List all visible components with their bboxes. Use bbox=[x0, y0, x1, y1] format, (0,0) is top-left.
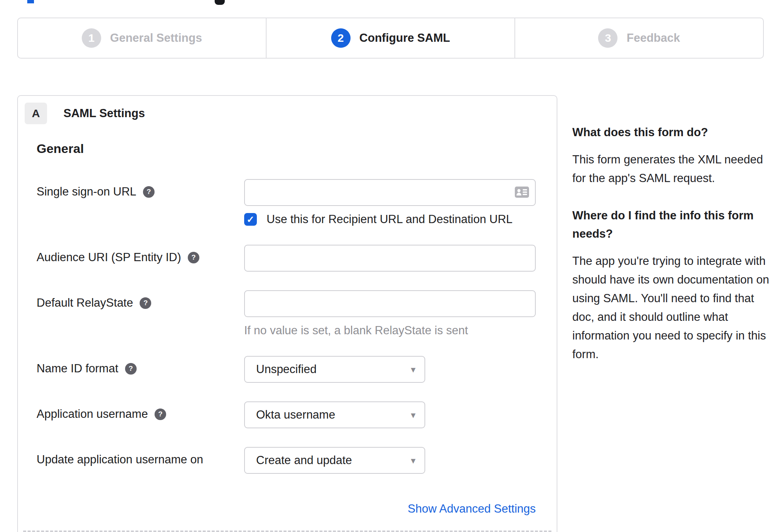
name-id-format-label: Name ID format bbox=[37, 362, 118, 375]
recipient-url-check-row: ✓ Use this for Recipient URL and Destina… bbox=[244, 213, 557, 226]
update-username-on-select[interactable]: Create and update ▾ bbox=[244, 447, 425, 474]
step-2-badge: 2 bbox=[331, 28, 351, 48]
caret-down-icon: ▾ bbox=[411, 455, 416, 466]
field-controls bbox=[244, 245, 557, 272]
sidebar-body-what: This form generates the XML needed for t… bbox=[572, 150, 774, 188]
saml-form: Single sign-on URL ? bbox=[18, 179, 557, 516]
relaystate-hint: If no value is set, a blank RelayState i… bbox=[244, 324, 557, 337]
field-controls: Okta username ▾ bbox=[244, 401, 557, 428]
caret-down-icon: ▾ bbox=[411, 410, 416, 420]
clipped-icon-fragment bbox=[215, 0, 225, 5]
step-1-label: General Settings bbox=[110, 31, 202, 45]
panel-header: A SAML Settings bbox=[18, 96, 557, 124]
field-row-audience-uri: Audience URI (SP Entity ID) ? bbox=[37, 245, 557, 272]
application-username-select[interactable]: Okta username ▾ bbox=[244, 401, 425, 428]
update-username-on-label: Update application username on bbox=[37, 453, 203, 466]
sidebar-body-where: The app you're trying to integrate with … bbox=[572, 252, 774, 364]
help-icon[interactable]: ? bbox=[155, 409, 166, 420]
single-sign-on-url-label: Single sign-on URL bbox=[37, 185, 136, 198]
field-controls: Unspecified ▾ bbox=[244, 356, 557, 383]
field-row-single-sign-on-url: Single sign-on URL ? bbox=[37, 179, 557, 226]
field-controls: ✓ Use this for Recipient URL and Destina… bbox=[244, 179, 557, 226]
application-username-value: Okta username bbox=[256, 408, 335, 422]
name-id-format-select[interactable]: Unspecified ▾ bbox=[244, 356, 425, 383]
caret-down-icon: ▾ bbox=[411, 364, 416, 375]
single-sign-on-url-input[interactable] bbox=[244, 179, 536, 206]
help-icon[interactable]: ? bbox=[125, 363, 137, 375]
panel-title: SAML Settings bbox=[63, 107, 145, 120]
contact-card-icon[interactable] bbox=[515, 187, 529, 199]
audience-uri-label: Audience URI (SP Entity ID) bbox=[37, 251, 181, 264]
field-row-default-relaystate: Default RelayState ? If no value is set,… bbox=[37, 290, 557, 337]
field-controls: Create and update ▾ bbox=[244, 447, 557, 474]
step-feedback[interactable]: 3 Feedback bbox=[514, 18, 763, 58]
field-label-group: Name ID format ? bbox=[37, 356, 244, 375]
step-3-badge: 3 bbox=[598, 28, 617, 48]
show-advanced-settings-link[interactable]: Show Advanced Settings bbox=[408, 502, 536, 515]
help-icon[interactable]: ? bbox=[143, 186, 155, 198]
checkmark-icon: ✓ bbox=[247, 215, 255, 224]
step-configure-saml[interactable]: 2 Configure SAML bbox=[266, 18, 514, 58]
audience-uri-input[interactable] bbox=[244, 245, 536, 272]
field-row-name-id-format: Name ID format ? Unspecified ▾ bbox=[37, 356, 557, 383]
step-2-label: Configure SAML bbox=[360, 31, 450, 45]
application-username-label: Application username bbox=[37, 407, 148, 421]
help-icon[interactable]: ? bbox=[140, 297, 151, 309]
field-label-group: Application username ? bbox=[37, 401, 244, 421]
field-label-group: Audience URI (SP Entity ID) ? bbox=[37, 245, 244, 264]
field-row-update-username-on: Update application username on Create an… bbox=[37, 447, 557, 474]
field-label-group: Single sign-on URL ? bbox=[37, 179, 244, 198]
section-a-badge: A bbox=[25, 103, 47, 124]
section-divider bbox=[23, 531, 551, 532]
general-section-title: General bbox=[37, 141, 557, 156]
step-3-label: Feedback bbox=[626, 31, 680, 45]
field-controls: If no value is set, a blank RelayState i… bbox=[244, 290, 557, 337]
help-sidebar: What does this form do? This form genera… bbox=[572, 123, 774, 382]
sidebar-heading-what: What does this form do? bbox=[572, 123, 774, 141]
advanced-settings-row: Show Advanced Settings bbox=[37, 502, 536, 516]
help-icon[interactable]: ? bbox=[188, 252, 199, 263]
wizard-stepper: 1 General Settings 2 Configure SAML 3 Fe… bbox=[17, 18, 764, 59]
default-relaystate-label: Default RelayState bbox=[37, 296, 133, 310]
use-for-recipient-checkbox[interactable]: ✓ bbox=[244, 213, 257, 226]
default-relaystate-input[interactable] bbox=[244, 290, 536, 317]
field-row-application-username: Application username ? Okta username ▾ bbox=[37, 401, 557, 428]
update-username-on-value: Create and update bbox=[256, 454, 352, 467]
sidebar-heading-where: Where do I find the info this form needs… bbox=[572, 206, 774, 243]
field-label-group: Default RelayState ? bbox=[37, 290, 244, 310]
name-id-format-value: Unspecified bbox=[256, 363, 317, 376]
recipient-checkbox-label: Use this for Recipient URL and Destinati… bbox=[267, 213, 513, 226]
field-label-group: Update application username on bbox=[37, 447, 244, 466]
step-general-settings[interactable]: 1 General Settings bbox=[18, 18, 266, 58]
clipped-title-fragment bbox=[27, 0, 34, 3]
step-1-badge: 1 bbox=[82, 28, 101, 48]
saml-settings-panel: A SAML Settings General Single sign-on U… bbox=[17, 95, 557, 532]
